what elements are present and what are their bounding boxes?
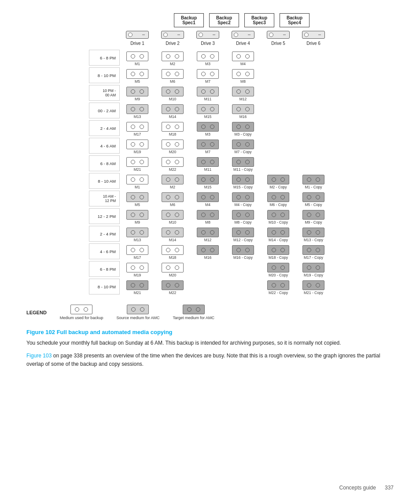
body-text-2-rest: on page 338 presents an overview of the …	[26, 353, 380, 367]
tape-m3-copy	[232, 122, 254, 132]
tape-m12-copy	[232, 228, 254, 237]
d3-r8: M15	[191, 173, 225, 189]
spec-box-1: Backup Spec1	[174, 13, 204, 27]
time-10pm-00am: 10 PM -00 AM	[89, 85, 120, 101]
d1-r6: M19	[121, 137, 154, 154]
tape-m13-copy	[302, 228, 324, 237]
tape-m19-copy	[302, 263, 324, 272]
tape-m6-copy	[267, 192, 289, 202]
d3-r10: M8	[191, 208, 225, 224]
d5-r11: M14 - Copy	[262, 225, 295, 242]
d1-r3: M9	[121, 85, 154, 101]
tape-m4	[232, 52, 254, 61]
d5-r4	[262, 102, 295, 119]
d5-r8: M2 - Copy	[262, 173, 295, 189]
d6-r9: M5 - Copy	[297, 190, 330, 207]
tape-m19-r13	[126, 263, 148, 272]
tape-m19	[126, 140, 148, 149]
row-6-8pm: 6 - 8 PM M1 M2 M3 M4	[89, 49, 331, 66]
d1-r11: M13	[121, 225, 154, 242]
d6-r6	[297, 137, 330, 154]
tape-m22	[162, 157, 184, 167]
d4-r10: M8 - Copy	[226, 208, 260, 224]
tape-m21-copy	[302, 280, 324, 290]
tape-m11-d3	[197, 157, 219, 167]
row-2-4am: 2 - 4 AM M17 M18 M3 M3 - Copy	[89, 120, 331, 136]
d4-r11: M12 - Copy	[226, 225, 260, 242]
row-10am-12pm: 10 AM -12 PM M5 M6 M4 M4 - Copy	[89, 190, 331, 207]
tape-m7-d3	[197, 140, 219, 149]
d1-r4: M13	[121, 102, 154, 119]
tape-m4-d3	[197, 192, 219, 202]
tape-m9-r10	[126, 210, 148, 220]
page: Backup Spec1 BackupSpec2 BackupSpec3 Bac…	[0, 0, 420, 504]
tape-m15-copy	[232, 175, 254, 184]
row-8-10pm: 8 - 10 PM M5 M6 M7 M8	[89, 67, 331, 84]
row-12-2pm: 12 - 2 PM M9 M10 M8 M8 - Copy	[89, 208, 331, 224]
d3-r9: M4	[191, 190, 225, 207]
time-6-8am: 6 - 8 AM	[89, 155, 120, 171]
d3-r11: M12	[191, 225, 225, 242]
spec-box-2: BackupSpec2	[209, 13, 239, 27]
spec-box-3: BackupSpec3	[244, 13, 274, 27]
tape-m16-d3	[197, 245, 219, 255]
tape-m8-d3	[197, 210, 219, 220]
tape-m5	[126, 69, 148, 79]
tape-m14	[162, 104, 184, 114]
body-paragraph-2: Figure 103 on page 338 presents an overv…	[26, 352, 394, 368]
row-2-4pm: 2 - 4 PM M13 M14 M12 M12 - Copy	[89, 225, 331, 242]
d1-r5: M17	[121, 120, 154, 136]
d4-r9: M4 - Copy	[226, 190, 260, 207]
drive-3-header: Drive 3	[191, 31, 225, 46]
tape-m3	[197, 52, 219, 61]
time-4-6pm: 4 - 6 PM	[89, 243, 120, 259]
tape-m2	[162, 52, 184, 61]
d2-r8: M2	[156, 173, 189, 189]
spec-header-row: Backup Spec1 BackupSpec2 BackupSpec3 Bac…	[171, 13, 312, 27]
d4-r1: M4	[226, 49, 260, 66]
legend-target: Target medium for AMC	[173, 305, 214, 320]
row-6-8pm-2: 6 - 8 PM M19 M20 M20 - Copy M19 - C	[89, 261, 331, 277]
d6-r3	[297, 85, 330, 101]
d4-r5: M3 - Copy	[226, 120, 260, 136]
d6-r4	[297, 102, 330, 119]
d3-r7: M11	[191, 155, 225, 172]
tape-m4-copy	[232, 192, 254, 202]
d4-r13	[226, 261, 260, 277]
tape-m20-copy	[267, 263, 289, 272]
d6-r14: M21 - Copy	[297, 278, 330, 295]
d3-r3: M11	[191, 85, 225, 101]
d2-r12: M18	[156, 243, 189, 260]
tape-m14-copy	[267, 228, 289, 237]
tape-m18-copy	[267, 245, 289, 255]
diagram-area: Backup Spec1 BackupSpec2 BackupSpec3 Bac…	[26, 13, 394, 320]
d2-r14: M22	[156, 278, 189, 295]
row-00-2am: 00 - 2 AM M13 M14 M15 M16	[89, 102, 331, 119]
d6-r8: M1 - Copy	[297, 173, 330, 189]
row-8-10pm-2: 8 - 10 PM M21 M22 M22 - Copy M21 -	[89, 278, 331, 295]
d1-r8: M1	[121, 173, 154, 189]
tape-m10-r10	[162, 210, 184, 220]
d2-r1: M2	[156, 49, 189, 66]
row-6-8am: 6 - 8 AM M21 M22 M11 M11 - Copy	[89, 155, 331, 172]
d6-r10: M9 - Copy	[297, 208, 330, 224]
d3-r14	[191, 278, 225, 295]
d3-r13	[191, 261, 225, 277]
drive-5-header: Drive 5	[262, 31, 295, 46]
d4-r12: M16 - Copy	[226, 243, 260, 260]
d3-r6: M7	[191, 137, 225, 154]
time-2-4am: 2 - 4 AM	[89, 120, 120, 136]
tape-m3-copy-d3	[197, 122, 219, 132]
figure-103-link[interactable]: Figure 103	[26, 353, 52, 359]
d2-r11: M14	[156, 225, 189, 242]
d5-r7	[262, 155, 295, 172]
tape-m18-r12	[162, 245, 184, 255]
row-4-6am: 4 - 6 AM M19 M20 M7 M7 - Copy	[89, 137, 331, 154]
body-paragraph-1: You schedule your monthly full backup on…	[26, 339, 394, 347]
tape-m21	[126, 157, 148, 167]
tape-m6-r9	[162, 192, 184, 202]
d2-r9: M6	[156, 190, 189, 207]
d4-r14	[226, 278, 260, 295]
tape-m2-copy-d5	[267, 175, 289, 184]
d5-r12: M18 - Copy	[262, 243, 295, 260]
